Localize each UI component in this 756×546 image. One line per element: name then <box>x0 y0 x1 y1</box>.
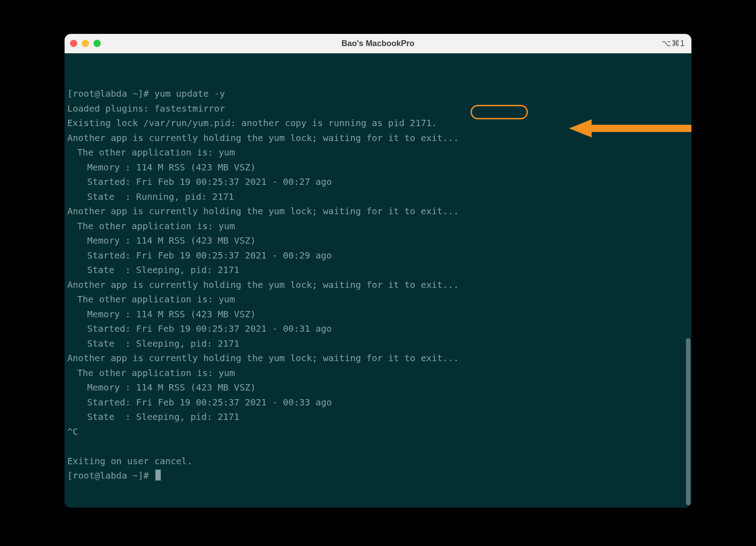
terminal-line: Memory : 114 M RSS (423 MB VSZ) <box>67 380 689 395</box>
terminal-window: Bao's MacbookPro ⌥⌘1 [root@labda ~]# yum… <box>65 34 691 508</box>
terminal-line <box>67 439 689 454</box>
window-shortcut-hint: ⌥⌘1 <box>662 38 685 48</box>
cursor-icon <box>155 470 161 480</box>
traffic-lights <box>70 40 101 47</box>
terminal-line: [root@labda ~]# <box>67 468 689 483</box>
zoom-icon[interactable] <box>93 40 101 47</box>
close-icon[interactable] <box>70 40 77 47</box>
terminal-line: ^C <box>67 424 689 439</box>
terminal-line: Another app is currently holding the yum… <box>67 131 689 146</box>
terminal-line: Another app is currently holding the yum… <box>67 204 689 219</box>
terminal-line: Exiting on user cancel. <box>67 454 689 469</box>
terminal-line: Memory : 114 M RSS (423 MB VSZ) <box>67 233 689 248</box>
terminal-line: State : Running, pid: 2171 <box>67 189 689 204</box>
terminal-line: Another app is currently holding the yum… <box>67 278 689 292</box>
terminal-line: Started: Fri Feb 19 00:25:37 2021 - 00:2… <box>67 174 689 189</box>
terminal-line: Another app is currently holding the yum… <box>67 351 689 366</box>
terminal-line: State : Sleeping, pid: 2171 <box>67 263 689 278</box>
terminal-line: State : Sleeping, pid: 2171 <box>67 336 689 351</box>
scrollbar-thumb[interactable] <box>686 338 691 505</box>
terminal-line: Existing lock /var/run/yum.pid: another … <box>67 116 689 131</box>
terminal-line: Loaded plugins: fastestmirror <box>67 101 689 116</box>
terminal-line: The other application is: yum <box>67 292 689 307</box>
window-title: Bao's MacbookPro <box>65 39 691 48</box>
terminal-body[interactable]: [root@labda ~]# yum update -yLoaded plug… <box>65 53 691 508</box>
terminal-line: [root@labda ~]# yum update -y <box>67 86 689 101</box>
window-titlebar: Bao's MacbookPro ⌥⌘1 <box>65 34 691 53</box>
minimize-icon[interactable] <box>82 40 89 47</box>
terminal-line: State : Sleeping, pid: 2171 <box>67 410 689 424</box>
terminal-line: Memory : 114 M RSS (423 MB VSZ) <box>67 307 689 322</box>
terminal-line: Started: Fri Feb 19 00:25:37 2021 - 00:3… <box>67 395 689 410</box>
terminal-line: Started: Fri Feb 19 00:25:37 2021 - 00:3… <box>67 321 689 336</box>
terminal-line: The other application is: yum <box>67 366 689 381</box>
terminal-line: Memory : 114 M RSS (423 MB VSZ) <box>67 160 689 175</box>
terminal-line: Started: Fri Feb 19 00:25:37 2021 - 00:2… <box>67 248 689 263</box>
terminal-line: The other application is: yum <box>67 145 689 160</box>
terminal-line: The other application is: yum <box>67 219 689 234</box>
